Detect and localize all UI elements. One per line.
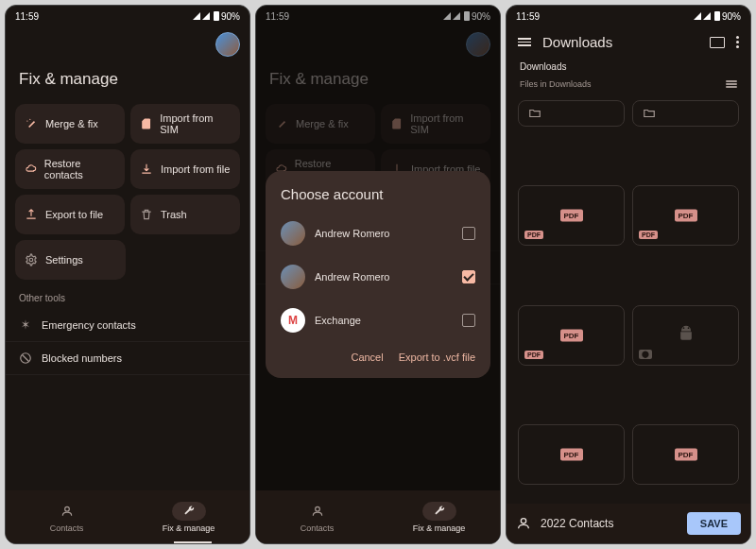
checkbox[interactable] bbox=[462, 227, 475, 240]
file-item[interactable]: PDF bbox=[632, 424, 739, 485]
account-name: Andrew Romero bbox=[315, 228, 453, 239]
tile-label: Export to file bbox=[45, 209, 103, 220]
file-grid: PDFPDF PDFPDF PDFPDF ⬤ PDF PDF bbox=[507, 93, 750, 543]
file-item[interactable]: PDFPDF bbox=[518, 305, 625, 366]
checkbox[interactable] bbox=[462, 314, 475, 327]
restore-tile[interactable]: Restore contacts bbox=[15, 149, 125, 189]
menu-icon[interactable] bbox=[518, 38, 531, 46]
subheader-text: Files in Downloads bbox=[520, 79, 592, 89]
tile-grid: Merge & fix Import from SIM Restore cont… bbox=[6, 104, 249, 280]
page-title: Fix & manage bbox=[19, 70, 249, 89]
account-name: Exchange bbox=[315, 315, 453, 326]
signal-icon bbox=[703, 12, 711, 20]
tile-label: Settings bbox=[45, 254, 83, 266]
import-sim-tile[interactable]: Import from SIM bbox=[130, 104, 240, 144]
person-icon bbox=[516, 516, 531, 531]
status-bar: 11:59 90% bbox=[6, 6, 249, 26]
nav-label: Contacts bbox=[50, 523, 84, 533]
person-icon bbox=[311, 505, 324, 518]
tile-label: Trash bbox=[161, 209, 187, 220]
other-tools-label: Other tools bbox=[19, 293, 249, 303]
nav-fix-manage[interactable]: Fix & manage bbox=[128, 490, 249, 543]
trash-tile[interactable]: Trash bbox=[130, 195, 240, 234]
more-icon[interactable] bbox=[736, 36, 739, 48]
filename[interactable]: 2022 Contacts bbox=[541, 517, 678, 530]
cancel-button[interactable]: Cancel bbox=[351, 352, 383, 363]
android-label: ⬤ bbox=[639, 350, 652, 359]
pdf-badge: PDF bbox=[560, 448, 583, 460]
phone-screen-3: 11:59 90% Downloads Downloads Files in D… bbox=[506, 5, 751, 544]
svg-point-2 bbox=[29, 258, 33, 262]
status-time: 11:59 bbox=[516, 11, 540, 22]
list-view-icon[interactable] bbox=[726, 80, 737, 88]
blocked-numbers-row[interactable]: Blocked numbers bbox=[6, 342, 249, 375]
nav-label: Contacts bbox=[301, 523, 335, 533]
avatar[interactable] bbox=[215, 32, 240, 57]
dialog-overlay: Choose account Andrew Romero Andrew Rome… bbox=[256, 6, 500, 543]
person-icon bbox=[60, 505, 74, 518]
export-button[interactable]: Export to .vcf file bbox=[399, 352, 475, 363]
breadcrumb[interactable]: Downloads bbox=[507, 58, 750, 76]
nav-label: Fix & manage bbox=[163, 523, 215, 533]
battery-icon bbox=[714, 11, 720, 21]
file-item[interactable]: PDFPDF bbox=[518, 185, 625, 246]
cloud-icon bbox=[25, 163, 37, 176]
svg-point-6 bbox=[315, 506, 319, 511]
nav-label: Fix & manage bbox=[413, 523, 466, 533]
file-item[interactable]: PDF bbox=[518, 424, 625, 485]
export-file-tile[interactable]: Export to file bbox=[15, 195, 125, 234]
pdf-label: PDF bbox=[639, 231, 658, 239]
dialog-actions: Cancel Export to .vcf file bbox=[281, 352, 475, 363]
account-row[interactable]: Andrew Romero bbox=[281, 212, 475, 255]
import-file-tile[interactable]: Import from file bbox=[130, 149, 240, 189]
nav-contacts[interactable]: Contacts bbox=[256, 490, 378, 543]
new-folder-icon[interactable] bbox=[710, 37, 725, 48]
checkbox-checked[interactable] bbox=[462, 270, 475, 283]
folder-icon bbox=[643, 107, 656, 120]
file-item[interactable]: ⬤ bbox=[632, 305, 739, 366]
folder-item[interactable] bbox=[632, 100, 739, 127]
trash-icon bbox=[140, 208, 153, 221]
phone-screen-2: 11:59 90% Fix & manage Merge & fix Impor… bbox=[255, 5, 501, 544]
emergency-contacts-row[interactable]: Emergency contacts bbox=[6, 309, 249, 342]
pdf-label: PDF bbox=[524, 351, 543, 359]
nav-contacts[interactable]: Contacts bbox=[6, 490, 128, 543]
settings-tile[interactable]: Settings bbox=[15, 240, 126, 280]
bottom-nav: Contacts Fix & manage bbox=[6, 490, 249, 543]
block-icon bbox=[19, 352, 32, 365]
bottom-nav: Contacts Fix & manage bbox=[256, 490, 500, 543]
download-icon bbox=[140, 163, 153, 176]
subheader: Files in Downloads bbox=[507, 76, 750, 93]
folder-icon bbox=[528, 107, 541, 120]
signal-icon bbox=[202, 12, 210, 20]
pdf-badge: PDF bbox=[675, 210, 697, 222]
battery-icon bbox=[214, 11, 219, 21]
svg-point-0 bbox=[26, 121, 27, 122]
merge-fix-tile[interactable]: Merge & fix bbox=[15, 104, 125, 144]
pdf-badge: PDF bbox=[560, 329, 583, 341]
asterisk-icon bbox=[19, 318, 32, 332]
account-name: Andrew Romero bbox=[315, 271, 453, 283]
tile-label: Merge & fix bbox=[45, 118, 98, 129]
sim-icon bbox=[140, 117, 152, 130]
choose-account-dialog: Choose account Andrew Romero Andrew Rome… bbox=[266, 171, 490, 378]
svg-point-9 bbox=[521, 519, 525, 523]
folder-item[interactable] bbox=[518, 100, 625, 127]
save-button[interactable]: SAVE bbox=[687, 512, 741, 535]
tile-label: Import from file bbox=[161, 163, 230, 175]
file-item[interactable]: PDFPDF bbox=[632, 185, 739, 246]
svg-point-4 bbox=[64, 506, 69, 511]
exchange-avatar: M bbox=[281, 308, 305, 333]
battery-pct: 90% bbox=[722, 11, 741, 22]
upload-icon bbox=[25, 208, 38, 221]
avatar bbox=[281, 221, 305, 246]
status-time: 11:59 bbox=[15, 11, 39, 22]
phone-screen-1: 11:59 90% Fix & manage Merge & fix Impor… bbox=[5, 5, 250, 544]
page-title: Downloads bbox=[542, 34, 698, 50]
svg-point-7 bbox=[682, 327, 684, 329]
status-bar: 11:59 90% bbox=[507, 6, 750, 26]
account-row[interactable]: M Exchange bbox=[281, 299, 475, 342]
account-row[interactable]: Andrew Romero bbox=[281, 255, 475, 299]
nav-fix-manage[interactable]: Fix & manage bbox=[378, 490, 500, 543]
pdf-label: PDF bbox=[524, 231, 543, 239]
